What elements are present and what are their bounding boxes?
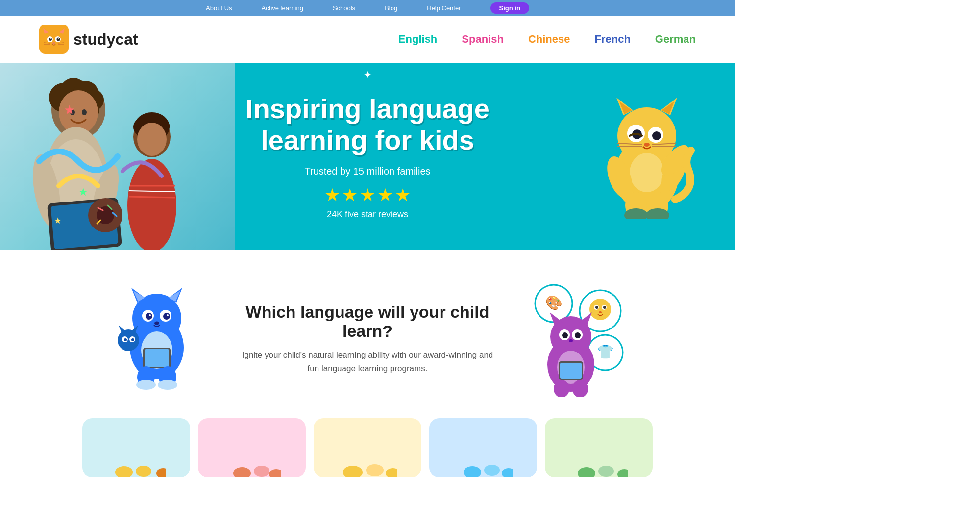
svg-point-80 <box>149 314 151 316</box>
svg-point-79 <box>163 313 170 320</box>
svg-line-46 <box>129 197 175 198</box>
chinese-language-card[interactable] <box>314 418 421 477</box>
which-lang-center-content: Which language will your child learn? Ig… <box>240 303 495 375</box>
svg-point-122 <box>115 466 133 477</box>
hero-title: Inspiring language learning for kids <box>196 93 539 156</box>
svg-point-132 <box>484 465 500 476</box>
svg-point-25 <box>82 109 87 115</box>
svg-point-131 <box>464 466 481 477</box>
svg-point-123 <box>136 466 151 477</box>
deco-star-red: ★ <box>64 102 75 118</box>
french-language-card[interactable] <box>429 418 537 477</box>
which-lang-right-illustration: 🎨 👕 <box>524 279 632 399</box>
nav-english[interactable]: English <box>398 33 437 46</box>
nav-blog[interactable]: Blog <box>385 4 397 12</box>
which-language-description: Ignite your child's natural learning abi… <box>240 349 495 375</box>
svg-point-62 <box>630 153 664 192</box>
logo[interactable]: studycat <box>39 25 138 54</box>
logo-text: studycat <box>74 30 138 49</box>
star-rating: ★ ★ ★ ★ ★ <box>196 185 539 205</box>
top-navigation: About Us Active learning Schools Blog He… <box>0 0 735 16</box>
studycat-logo-icon <box>39 25 69 54</box>
star-2: ★ <box>342 185 358 205</box>
spanish-card-illustration <box>222 438 281 477</box>
svg-point-127 <box>269 469 281 477</box>
language-navigation: English Spanish Chinese French German <box>398 33 696 46</box>
site-header: studycat English Spanish Chinese French … <box>0 16 735 63</box>
svg-point-42 <box>137 123 167 156</box>
svg-point-128 <box>343 466 363 477</box>
deco-star-yellow: ★ <box>54 215 62 226</box>
svg-point-10 <box>50 38 51 39</box>
nav-active-learning[interactable]: Active learning <box>262 4 303 12</box>
svg-point-114 <box>562 332 568 338</box>
svg-point-100 <box>589 299 611 320</box>
nav-help-center[interactable]: Help Center <box>427 4 461 12</box>
svg-point-86 <box>118 329 139 351</box>
svg-point-130 <box>386 468 397 477</box>
svg-point-8 <box>49 38 52 41</box>
svg-point-78 <box>146 313 152 320</box>
svg-point-81 <box>167 314 169 316</box>
svg-point-133 <box>502 468 513 477</box>
chinese-card-illustration <box>338 438 397 477</box>
french-card-illustration <box>454 438 513 477</box>
nav-french[interactable]: French <box>594 33 630 46</box>
deco-star-green: ★ <box>78 186 88 199</box>
svg-point-9 <box>57 38 60 41</box>
star-4: ★ <box>377 185 393 205</box>
sign-in-button[interactable]: Sign in <box>490 2 529 14</box>
svg-point-96 <box>158 380 177 390</box>
svg-point-116 <box>569 339 573 342</box>
german-card-illustration <box>569 438 628 477</box>
english-card-illustration <box>107 438 166 477</box>
hero-subtitle: Trusted by 15 million families <box>196 166 539 177</box>
svg-point-92 <box>131 338 134 341</box>
blue-cats-svg <box>103 284 211 392</box>
purple-cat-bubbles-svg: 🎨 👕 <box>524 279 632 397</box>
svg-point-124 <box>156 468 166 477</box>
nav-german[interactable]: German <box>655 33 696 46</box>
svg-point-136 <box>617 469 628 477</box>
svg-point-1 <box>44 32 64 50</box>
deco-star-top: ✦ <box>363 69 372 81</box>
nav-about-us[interactable]: About Us <box>206 4 232 12</box>
svg-point-125 <box>233 467 251 477</box>
nav-spanish[interactable]: Spanish <box>462 33 504 46</box>
nav-schools[interactable]: Schools <box>333 4 355 12</box>
english-language-card[interactable] <box>82 418 190 477</box>
nav-chinese[interactable]: Chinese <box>528 33 570 46</box>
german-language-card[interactable] <box>545 418 653 477</box>
hero-reviews-label: 24K five star reviews <box>196 209 539 220</box>
svg-point-104 <box>603 306 606 309</box>
hero-content: ✦ Inspiring language learning for kids T… <box>196 74 539 240</box>
svg-point-103 <box>595 306 598 309</box>
svg-rect-85 <box>145 349 169 367</box>
language-cards-row <box>0 418 735 487</box>
svg-point-115 <box>575 332 581 338</box>
svg-point-95 <box>136 380 156 390</box>
hero-section: ★ ★ ★ ✦ Inspiring language learning for … <box>0 63 735 250</box>
svg-point-43 <box>127 159 176 250</box>
svg-point-129 <box>366 464 384 476</box>
which-language-title: Which language will your child learn? <box>240 303 495 341</box>
hero-people-illustration <box>0 63 216 250</box>
svg-point-91 <box>124 338 127 341</box>
svg-text:👕: 👕 <box>597 344 614 360</box>
svg-point-82 <box>154 322 159 325</box>
star-5: ★ <box>395 185 411 205</box>
svg-marker-87 <box>119 325 126 333</box>
svg-point-11 <box>58 38 59 39</box>
svg-point-126 <box>254 466 270 477</box>
svg-point-105 <box>599 311 602 313</box>
svg-point-12 <box>52 42 55 44</box>
svg-point-56 <box>652 131 661 140</box>
svg-point-134 <box>578 467 595 477</box>
spanish-language-card[interactable] <box>198 418 306 477</box>
yellow-cat-mascot <box>598 92 696 219</box>
svg-rect-119 <box>560 363 582 379</box>
which-lang-left-illustration <box>103 284 211 394</box>
which-language-section: Which language will your child learn? Ig… <box>0 250 735 418</box>
hero-cat-mascot <box>598 92 696 221</box>
star-1: ★ <box>324 185 340 205</box>
